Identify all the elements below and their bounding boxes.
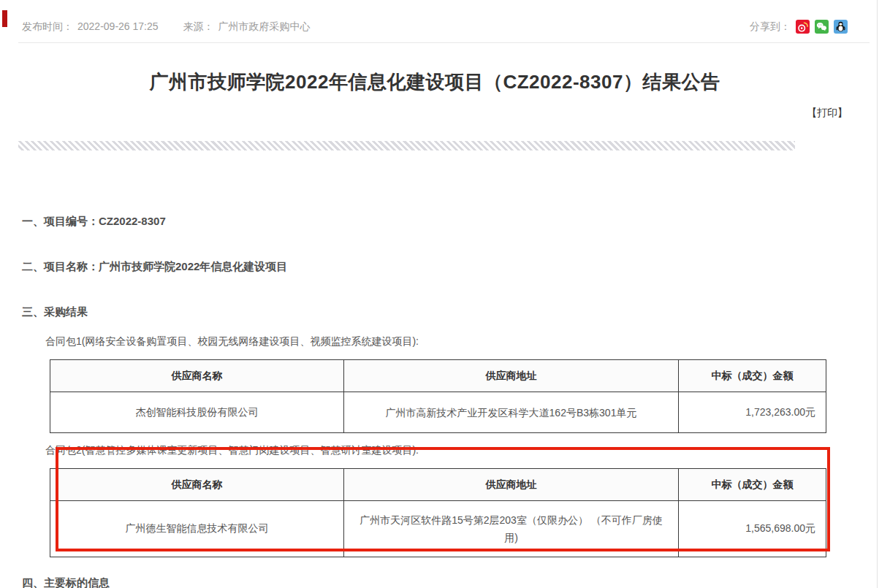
supplier-address-cell: 广州市高新技术产业开发区科学大道162号B3栋301单元 — [344, 392, 679, 433]
qq-share-icon[interactable] — [834, 20, 848, 34]
red-corner-mark — [2, 10, 7, 27]
header-supplier-name: 供应商名称 — [50, 469, 344, 501]
announcement-page: 发布时间：2022-09-26 17:25来源：广州市政府采购中心 分享到： — [0, 0, 890, 588]
weibo-share-icon[interactable] — [796, 20, 810, 34]
content-right-divider — [877, 0, 878, 588]
share-label: 分享到： — [750, 19, 791, 34]
print-row: 【打印】 — [0, 106, 848, 119]
header-award-amount: 中标（成交）金额 — [679, 360, 826, 392]
section-main-subject-info: 四、主要标的信息 — [22, 576, 890, 588]
supplier-address-cell: 广州市天河区软件路15号第2层203室（仅限办公） （不可作厂房使用) — [344, 501, 679, 557]
table-header-row: 供应商名称 供应商地址 中标（成交）金额 — [50, 360, 826, 392]
package1-intro: 合同包1(网络安全设备购置项目、校园无线网络建设项目、视频监控系统建设项目): — [45, 335, 890, 348]
source-label: 来源： — [183, 20, 214, 32]
section-project-number: 一、项目编号：CZ2022-8307 — [22, 215, 890, 228]
section-procurement-result: 三、采购结果 — [22, 305, 890, 318]
header-divider — [18, 42, 870, 43]
page-title: 广州市技师学院2022年信息化建设项目（CZ2022-8307）结果公告 — [0, 69, 870, 94]
meta-bar: 发布时间：2022-09-26 17:25来源：广州市政府采购中心 分享到： — [22, 0, 848, 34]
publish-info: 发布时间：2022-09-26 17:25来源：广州市政府采购中心 — [22, 19, 315, 34]
table-row: 广州德生智能信息技术有限公司 广州市天河区软件路15号第2层203室（仅限办公）… — [50, 501, 826, 557]
share-bar: 分享到： — [750, 19, 848, 34]
table-row: 杰创智能科技股份有限公司 广州市高新技术产业开发区科学大道162号B3栋301单… — [50, 392, 826, 433]
table-header-row: 供应商名称 供应商地址 中标（成交）金额 — [50, 469, 826, 501]
header-supplier-address: 供应商地址 — [344, 469, 679, 501]
supplier-name-cell: 杰创智能科技股份有限公司 — [50, 392, 344, 433]
header-award-amount: 中标（成交）金额 — [679, 469, 826, 501]
section-project-name: 二、项目名称：广州市技师学院2022年信息化建设项目 — [22, 260, 890, 273]
wechat-share-icon[interactable] — [815, 20, 829, 34]
package2-intro: 合同包2(智慧管控多媒体课室更新项目、智慧门岗建设项目、智慧研讨室建设项目): — [45, 443, 890, 457]
award-amount-cell: 1,565,698.00元 — [679, 501, 826, 557]
hatched-divider — [18, 141, 795, 150]
award-amount-cell: 1,723,263.00元 — [679, 392, 826, 433]
publish-time-label: 发布时间： — [22, 20, 73, 32]
package1-result-table: 供应商名称 供应商地址 中标（成交）金额 杰创智能科技股份有限公司 广州市高新技… — [50, 359, 826, 433]
header-supplier-name: 供应商名称 — [50, 360, 344, 392]
supplier-name-cell: 广州德生智能信息技术有限公司 — [50, 501, 344, 557]
source-value: 广州市政府采购中心 — [218, 20, 311, 32]
header-supplier-address: 供应商地址 — [344, 360, 679, 392]
publish-time-value: 2022-09-26 17:25 — [77, 20, 159, 32]
print-button[interactable]: 【打印】 — [807, 107, 848, 118]
package2-result-table: 供应商名称 供应商地址 中标（成交）金额 广州德生智能信息技术有限公司 广州市天… — [50, 468, 826, 557]
